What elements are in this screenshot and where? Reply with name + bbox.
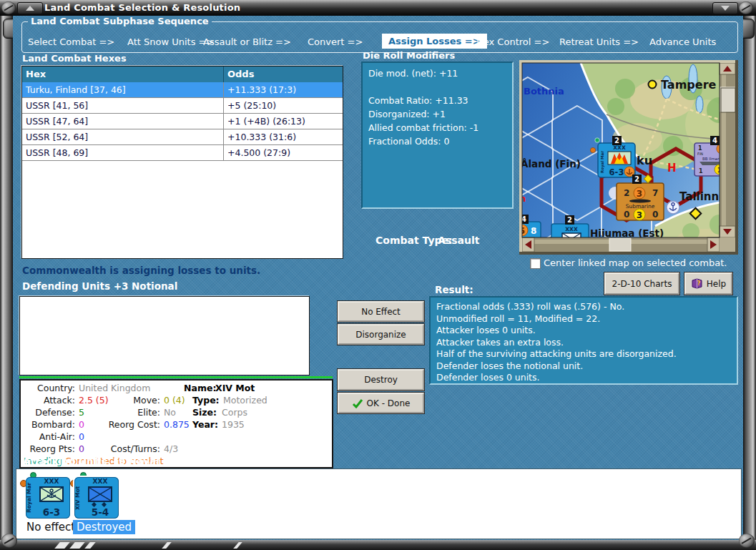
die-mod-line: Fractional Odds: 0 xyxy=(368,134,506,148)
counter-num: 1 xyxy=(698,145,702,152)
reorg-cost-value: 0.875 xyxy=(164,419,190,430)
no-effect-label: No Effect xyxy=(361,307,401,317)
title-bar[interactable]: Land Combat Selection & Resolution xyxy=(0,0,756,16)
screw-knob-top-left xyxy=(1,1,16,14)
reorg-cost-label: Reorg Cost: xyxy=(92,419,160,430)
result-panel: Fractional odds (.333) roll was (.576) -… xyxy=(429,296,738,385)
unit-name: XIV Mot xyxy=(74,481,82,514)
result-line: Fractional odds (.333) roll was (.576) -… xyxy=(436,301,731,313)
die-mod-line xyxy=(368,80,506,94)
sub-val-a: 2 xyxy=(624,188,629,198)
scroll-thumb[interactable] xyxy=(720,87,735,112)
counter-strength: 6-3 xyxy=(609,167,624,177)
country-value: United Kingdom xyxy=(79,383,150,393)
map-label-tampere: Tampere xyxy=(661,78,717,92)
hex-row-3[interactable]: USSR [52, 64] +10.333 (31:6) xyxy=(22,129,343,145)
hex-cell[interactable]: USSR [48, 69] xyxy=(22,145,224,161)
phase-select-combat[interactable]: Select Combat => xyxy=(28,36,114,47)
map-status-dot-green xyxy=(595,138,599,142)
hex-cell[interactable]: USSR [52, 64] xyxy=(22,129,224,145)
unit-name: Royal Mar xyxy=(26,481,34,514)
die-mod-line: Disorganized: +1 xyxy=(368,107,506,121)
hexes-title: Land Combat Hexes xyxy=(22,53,127,64)
destroy-button[interactable]: Destroy xyxy=(338,369,424,391)
collapse-button[interactable] xyxy=(17,2,43,14)
linked-map[interactable]: Bothnia Tampere Åland (Fin) ku H n Talli… xyxy=(519,60,738,255)
hex-row-0[interactable]: Turku, Finland [37, 46] +11.333 (17:3) xyxy=(22,82,343,98)
name-label: Name: xyxy=(184,383,216,393)
counter-nat: FIN xyxy=(697,152,703,156)
help-button-label: Help xyxy=(707,279,726,289)
col-hex: Hex xyxy=(22,67,224,82)
map-counter-royal-mar[interactable]: Royal Mar XXX 6-3 xyxy=(598,143,635,177)
result-line: Unmodified roll = 11, Modified = 22. xyxy=(436,313,731,325)
odds-cell[interactable]: +11.333 (17:3) xyxy=(224,82,343,98)
year-value: 1935 xyxy=(222,419,245,430)
unit-status: Destroyed xyxy=(73,520,135,534)
hex-row-1[interactable]: USSR [41, 56] +5 (25:10) xyxy=(22,98,343,114)
attacking-units-panel: Royal Mar XXX 6-3 No effect xyxy=(16,468,742,539)
counter-name: BB Ilmari xyxy=(702,157,720,161)
ok-done-button[interactable]: OK - Done xyxy=(338,393,424,413)
odds-cell[interactable]: +5 (25:10) xyxy=(224,98,343,114)
charts-button-label: 2-D-10 Charts xyxy=(612,279,672,289)
cost-turns-value: 4/3 xyxy=(164,443,178,454)
unit-counter-xiv-mot[interactable]: XIV Mot XXX 5-4 xyxy=(74,477,119,519)
restore-button[interactable] xyxy=(712,2,738,14)
result-line: Attacker takes an extra loss. xyxy=(436,337,731,349)
map-counter-submarine[interactable]: 2 3 7 Submarine 0 3 0 xyxy=(609,183,664,220)
phase-att-snow-units[interactable]: Att Snow Units => xyxy=(127,36,214,47)
phase-hex-control[interactable]: Hex Control => xyxy=(476,36,549,47)
hex-row-4[interactable]: USSR [48, 69] +4.500 (27:9) xyxy=(22,145,343,161)
country-label: Country: xyxy=(25,383,75,393)
phase-retreat-units[interactable]: Retreat Units => xyxy=(559,36,639,47)
sub-val-c: 7 xyxy=(652,188,658,198)
map-vertical-scrollbar[interactable] xyxy=(720,63,735,237)
unit-counter-royal-mar[interactable]: Royal Mar XXX 6-3 xyxy=(26,477,70,519)
counter-name: Royal Mar xyxy=(600,151,605,173)
marine-unit-box xyxy=(39,486,64,502)
bombard-label: Bombard: xyxy=(25,419,75,430)
svg-text:2: 2 xyxy=(614,137,619,144)
hex-cell[interactable]: USSR [47, 64] xyxy=(22,114,224,129)
antiair-label: Anti-Air: xyxy=(25,431,75,442)
svg-text:4: 4 xyxy=(712,137,717,144)
defense-label: Defense: xyxy=(25,407,75,418)
size-label: Size: xyxy=(192,407,217,418)
defending-units-list[interactable] xyxy=(19,296,310,375)
screw-knob-bottom-right xyxy=(739,534,755,548)
phase-assign-losses[interactable]: Assign Losses => xyxy=(382,34,487,49)
unit-status: No effect xyxy=(26,521,75,534)
help-button[interactable]: ? Help xyxy=(684,272,732,295)
dialog-content: Land Combat Subphase Sequence Select Com… xyxy=(13,16,743,540)
map-horizontal-scrollbar[interactable] xyxy=(522,237,735,252)
type-value: Motorized xyxy=(223,395,267,406)
anchor-icon xyxy=(47,489,56,498)
center-map-checkbox[interactable] xyxy=(530,258,541,269)
die-mod-line: Die mod. (net): +11 xyxy=(368,67,506,80)
odds-cell[interactable]: +1 (+4B) (26:13) xyxy=(224,114,343,129)
odds-cell[interactable]: +10.333 (31:6) xyxy=(224,129,343,145)
hex-cell[interactable]: Turku, Finland [37, 46] xyxy=(22,82,224,98)
phase-assault-or-blitz[interactable]: Assault or Blitz => xyxy=(203,36,291,47)
triangle-down-icon xyxy=(721,6,730,11)
die-mod-line: Allied combat friction: -1 xyxy=(368,121,506,134)
svg-text:2: 2 xyxy=(567,216,572,224)
counter-b1: 1 xyxy=(699,168,703,175)
disorganize-button[interactable]: Disorganize xyxy=(338,324,424,345)
no-effect-button[interactable]: No Effect xyxy=(338,301,424,322)
scroll-thumb[interactable] xyxy=(609,238,631,251)
size-value: Corps xyxy=(222,407,247,418)
type-label: Type: xyxy=(192,395,220,406)
phase-advance-units[interactable]: Advance Units xyxy=(649,36,716,47)
hex-cell[interactable]: USSR [41, 56] xyxy=(22,98,224,114)
counter-size: XXX xyxy=(565,226,578,232)
hex-row-2[interactable]: USSR [47, 64] +1 (+4B) (26:13) xyxy=(22,114,343,129)
phase-convert[interactable]: Convert => xyxy=(308,36,363,47)
charts-button[interactable]: 2-D-10 Charts xyxy=(604,272,679,295)
scroll-corner xyxy=(720,237,735,252)
result-line: Attacker loses 0 units. xyxy=(436,325,731,337)
odds-cell[interactable]: +4.500 (27:9) xyxy=(224,145,343,161)
cost-turns-label: Cost/Turns: xyxy=(92,443,160,454)
svg-text:2: 2 xyxy=(634,175,639,183)
